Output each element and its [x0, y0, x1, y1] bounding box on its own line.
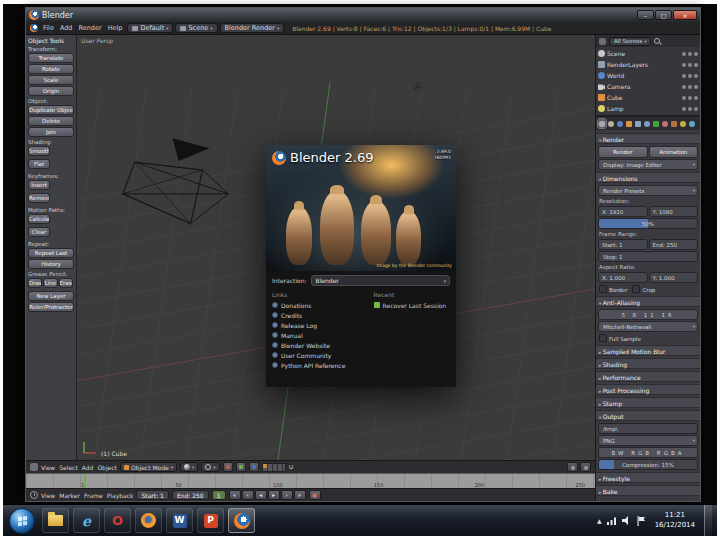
tab-particles-icon[interactable] — [679, 119, 687, 128]
properties-row[interactable]: Start: 1End: 250 — [598, 239, 698, 250]
screen-layout-dropdown[interactable]: Default — [127, 23, 173, 33]
viewport-shading-dropdown[interactable] — [180, 462, 198, 472]
taskbar-explorer-icon[interactable] — [42, 508, 69, 533]
info-menu-item[interactable]: Render — [75, 24, 104, 32]
properties-row[interactable]: Display: Image Editor — [598, 159, 698, 170]
tool-shelf-button[interactable]: Insert — [28, 180, 50, 190]
info-menu-item[interactable]: File — [40, 24, 57, 32]
tab-modifiers-icon[interactable] — [643, 119, 651, 128]
splash-link[interactable]: Blender Website — [272, 340, 368, 350]
outliner-toggles[interactable] — [682, 96, 698, 100]
current-frame-field[interactable]: 1 — [212, 490, 226, 500]
timeline-ruler[interactable]: 150100150200250 — [26, 473, 595, 488]
properties-row[interactable]: Compression: 15% — [598, 459, 698, 470]
properties-row[interactable]: RenderAnimation — [598, 146, 698, 158]
properties-row[interactable]: Output — [596, 410, 700, 421]
interaction-preset-dropdown[interactable]: Blender — [311, 275, 450, 286]
playback-button[interactable]: ‹ — [242, 490, 254, 500]
playback-button[interactable]: ◂ — [255, 490, 267, 500]
splash-link[interactable]: Credits — [272, 310, 368, 320]
properties-row[interactable]: Dimensions — [596, 172, 700, 183]
record-button[interactable]: ● — [309, 490, 321, 500]
info-menu-item[interactable]: Help — [105, 24, 126, 32]
playback-button[interactable]: › — [281, 490, 293, 500]
tool-shelf-button[interactable]: Remove — [28, 193, 50, 203]
render-opengl-anim-button[interactable] — [580, 462, 591, 472]
taskbar-internet-explorer-icon[interactable]: e — [73, 508, 100, 533]
tab-constraints-icon[interactable] — [634, 119, 642, 128]
properties-row[interactable]: X: 1.000Y: 1.000 — [598, 272, 698, 283]
recover-last-session-link[interactable]: Recover Last Session — [374, 300, 450, 310]
properties-row[interactable]: Performance — [596, 371, 700, 382]
translate-manipulator-button[interactable] — [223, 462, 233, 472]
maximize-button[interactable]: □ — [655, 10, 672, 20]
taskbar-blender-icon[interactable] — [228, 508, 255, 533]
tab-render-icon[interactable] — [598, 119, 606, 128]
tool-shelf-button[interactable]: History — [28, 259, 74, 269]
editor-type-icon[interactable] — [30, 463, 38, 471]
splash-link[interactable]: Python API Reference — [272, 360, 368, 370]
tool-shelf-button[interactable]: Duplicate Objects — [28, 105, 74, 115]
frame-start-field[interactable]: Start: 1 — [136, 490, 168, 500]
volume-icon[interactable] — [622, 516, 632, 525]
tool-shelf-button[interactable]: Smooth — [28, 146, 50, 156]
outliner-editor-icon[interactable] — [599, 38, 606, 45]
outliner-display-dropdown[interactable]: All Scenes — [609, 37, 651, 46]
properties-row[interactable]: Anti-Aliasing — [596, 296, 700, 307]
tool-shelf-button[interactable]: New Layer — [28, 291, 74, 301]
minimize-button[interactable]: – — [637, 10, 654, 20]
properties-row[interactable]: Shading — [596, 358, 700, 369]
properties-row[interactable]: Mitchell-Netravali — [598, 321, 698, 332]
playback-button[interactable]: » — [294, 490, 306, 500]
properties-row[interactable]: Bake — [596, 485, 700, 496]
timeline-menu-item[interactable]: Playback — [107, 492, 134, 499]
tab-object-icon[interactable] — [625, 119, 633, 128]
tool-shelf-button[interactable]: Scale — [28, 75, 74, 85]
start-button[interactable] — [9, 508, 35, 534]
tab-world-icon[interactable] — [616, 119, 624, 128]
tool-shelf-button[interactable]: Join — [28, 127, 74, 137]
properties-row[interactable]: Full Sample — [598, 333, 698, 343]
close-button[interactable]: × — [673, 10, 697, 20]
tool-shelf-button[interactable]: Calculate — [28, 214, 50, 224]
properties-row[interactable]: BorderCrop — [598, 284, 698, 294]
render-opengl-button[interactable] — [567, 462, 578, 472]
taskbar-word-icon[interactable]: W — [166, 508, 193, 533]
tab-material-icon[interactable] — [661, 119, 669, 128]
splash-link[interactable]: Release Log — [272, 320, 368, 330]
properties-row[interactable]: 50% — [598, 218, 698, 229]
tool-shelf-button[interactable]: Clear — [28, 227, 50, 237]
tool-shelf-button[interactable]: Flat — [28, 159, 50, 169]
properties-row[interactable]: Post Processing — [596, 384, 700, 395]
tab-physics-icon[interactable] — [688, 119, 696, 128]
tool-shelf-button[interactable]: Origin — [28, 86, 74, 96]
tool-shelf-button[interactable]: Line — [43, 278, 57, 288]
taskbar-clock[interactable]: 11:21 16/12/2014 — [651, 511, 699, 530]
viewport-menu-item[interactable]: Add — [82, 464, 94, 471]
mode-dropdown[interactable]: Object Mode — [120, 462, 177, 472]
pivot-dropdown[interactable] — [201, 462, 219, 472]
outliner-row-camera[interactable]: Camera — [598, 81, 698, 92]
viewport-menu-item[interactable]: View — [41, 464, 55, 471]
properties-row[interactable]: Render — [596, 133, 700, 144]
outliner-toggles[interactable] — [682, 107, 698, 111]
tab-object-data-icon[interactable] — [652, 119, 660, 128]
tool-shelf-button[interactable]: Delete — [28, 116, 74, 126]
taskbar-powerpoint-icon[interactable]: P — [197, 508, 224, 533]
frame-end-field[interactable]: End: 250 — [172, 490, 209, 500]
render-engine-dropdown[interactable]: Blender Render — [220, 23, 285, 33]
playback-button[interactable]: ▸ — [268, 490, 280, 500]
scale-manipulator-button[interactable] — [249, 462, 259, 472]
splash-link[interactable]: Manual — [272, 330, 368, 340]
network-icon[interactable] — [607, 516, 617, 525]
timeline-menu-item[interactable]: Marker — [59, 492, 80, 499]
outliner-row-scene[interactable]: Scene — [598, 48, 698, 59]
splash-link[interactable]: User Community — [272, 350, 368, 360]
layers-grid[interactable] — [262, 463, 286, 472]
taskbar-opera-icon[interactable]: O — [104, 508, 131, 533]
tool-shelf-button[interactable]: Repeat Last — [28, 248, 74, 258]
window-titlebar[interactable]: Blender – □ × — [26, 8, 700, 22]
outliner-row-world[interactable]: World — [598, 70, 698, 81]
properties-row[interactable]: 5 8 11 16 — [598, 309, 698, 320]
timeline-editor-icon[interactable] — [30, 491, 38, 499]
